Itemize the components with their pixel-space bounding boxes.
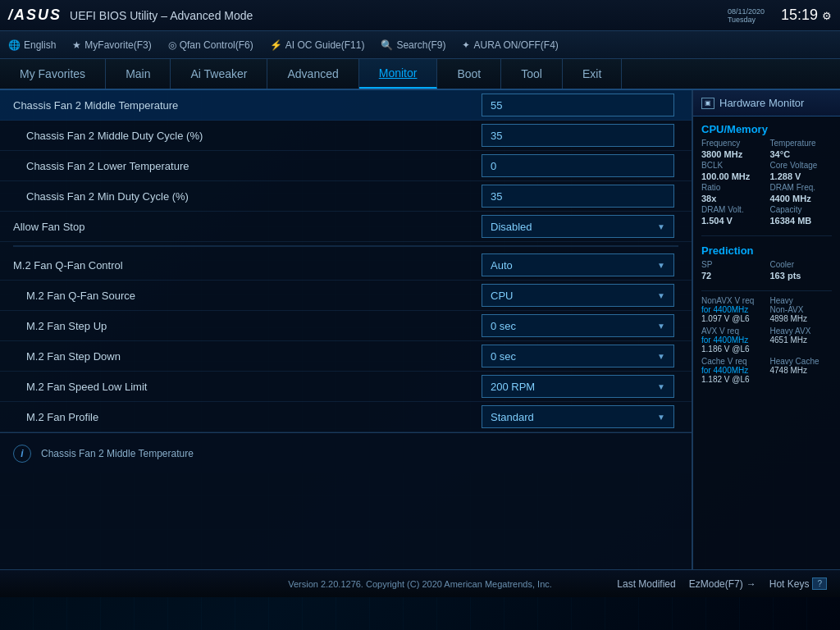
copyright-text: Version 2.20.1276. Copyright (C) 2020 Am… <box>288 579 552 589</box>
value-box-chassis-fan2-duty-cycle[interactable]: 35 <box>482 124 674 147</box>
fan-icon: ◎ <box>168 39 176 51</box>
nav-advanced[interactable]: Advanced <box>267 59 358 89</box>
dropdown-m2-fan-profile[interactable]: Standard ▼ <box>482 405 674 428</box>
toolbar-aioc[interactable]: ⚡ AI OC Guide(F11) <box>270 39 365 51</box>
monitor-icon: ▣ <box>701 98 714 109</box>
monitor-divider <box>701 235 832 236</box>
row-m2-fan-step-down[interactable]: M.2 Fan Step Down 0 sec ▼ <box>0 341 692 372</box>
nav-main[interactable]: Main <box>106 59 171 89</box>
row-value-m2-fan-step-up: 0 sec ▼ <box>482 314 678 337</box>
nav-exit[interactable]: Exit <box>563 59 622 89</box>
row-value-chassis-fan2-min-duty: 35 <box>482 185 678 208</box>
row-m2-fan-qfan-control[interactable]: M.2 Fan Q-Fan Control Auto ▼ <box>0 250 692 281</box>
row-label-chassis-fan2-middle-temp: Chassis Fan 2 Middle Temperature <box>13 99 482 112</box>
row-label-m2-fan-qfan-source: M.2 Fan Q-Fan Source <box>13 290 482 302</box>
row-chassis-fan2-min-duty[interactable]: Chassis Fan 2 Min Duty Cycle (%) 35 <box>0 181 692 212</box>
row-value-m2-fan-qfan-source: CPU ▼ <box>482 284 678 307</box>
heavy-nonavx-label: Heavy <box>770 296 833 305</box>
value-box-chassis-fan2-min-duty[interactable]: 35 <box>482 185 674 208</box>
nonavx-sub: for 4400MHz <box>701 305 764 314</box>
freq-value: 3800 MHz <box>701 149 764 159</box>
row-chassis-fan2-lower-temp[interactable]: Chassis Fan 2 Lower Temperature 0 <box>0 151 692 181</box>
row-m2-fan-step-up[interactable]: M.2 Fan Step Up 0 sec ▼ <box>0 311 692 341</box>
cache-val: 1.182 V @L6 <box>701 375 764 384</box>
toolbar-search[interactable]: 🔍 Search(F9) <box>381 39 445 51</box>
nav-monitor[interactable]: Monitor <box>359 59 438 89</box>
row-label-m2-fan-profile: M.2 Fan Profile <box>13 411 482 423</box>
dropdown-m2-fan-qfan-control[interactable]: Auto ▼ <box>482 253 674 276</box>
row-label-m2-fan-speed-low-limit: M.2 Fan Speed Low Limit <box>13 381 482 393</box>
row-label-allow-fan-stop: Allow Fan Stop <box>13 221 482 233</box>
main-layout: Chassis Fan 2 Middle Temperature 55 Chas… <box>0 90 840 569</box>
corevolt-label: Core Voltage <box>770 161 833 170</box>
avx-label: AVX V req <box>701 326 764 336</box>
heavy-avx-label: Heavy AVX <box>770 326 833 336</box>
row-label-m2-fan-step-down: M.2 Fan Step Down <box>13 350 482 363</box>
row-value-m2-fan-qfan-control: Auto ▼ <box>482 253 678 276</box>
bclk-label: BCLK <box>701 161 764 170</box>
dropdown-allow-fan-stop[interactable]: Disabled ▼ <box>482 215 674 238</box>
info-text: Chassis Fan 2 Middle Temperature <box>41 448 194 459</box>
left-panel: Chassis Fan 2 Middle Temperature 55 Chas… <box>0 90 692 569</box>
hot-keys-button[interactable]: Hot Keys ? <box>769 578 827 590</box>
cache-label: Cache V req <box>701 357 764 366</box>
nav: My Favorites Main Ai Tweaker Advanced Mo… <box>0 59 840 90</box>
value-box-chassis-fan2-middle-temp[interactable]: 55 <box>482 94 674 116</box>
row-chassis-fan2-duty-cycle[interactable]: Chassis Fan 2 Middle Duty Cycle (%) 35 <box>0 121 692 151</box>
row-m2-fan-speed-low-limit[interactable]: M.2 Fan Speed Low Limit 200 RPM ▼ <box>0 372 692 402</box>
row-m2-fan-profile[interactable]: M.2 Fan Profile Standard ▼ <box>0 402 692 432</box>
divider <box>13 245 678 247</box>
nav-aitweaker[interactable]: Ai Tweaker <box>171 59 267 89</box>
pred-divider <box>701 290 832 291</box>
heavy-avx-val: 4651 MHz <box>770 336 833 345</box>
nonavx-val: 1.097 V @L6 <box>701 314 764 323</box>
dropdown-m2-fan-qfan-source[interactable]: CPU ▼ <box>482 284 674 307</box>
header-title: UEFI BIOS Utility – Advanced Mode <box>70 9 728 22</box>
cooler-value: 163 pts <box>770 271 833 281</box>
settings-icon[interactable]: ⚙ <box>822 10 832 22</box>
row-chassis-fan2-middle-temp[interactable]: Chassis Fan 2 Middle Temperature 55 <box>0 90 692 121</box>
temp-value: 34°C <box>770 149 833 159</box>
pred-row-nonavx: NonAVX V req for 4400MHz 1.097 V @L6 Hea… <box>693 294 840 325</box>
dropdown-m2-fan-speed-low-limit[interactable]: 200 RPM ▼ <box>482 375 674 398</box>
header-right: 08/11/2020Tuesday 15:19 ⚙ <box>728 7 832 24</box>
ez-mode-button[interactable]: EzMode(F7) → <box>689 578 756 590</box>
prediction-title: Prediction <box>693 240 840 260</box>
nav-favorites[interactable]: My Favorites <box>0 59 106 89</box>
star-icon: ★ <box>72 39 81 51</box>
value-box-chassis-fan2-lower-temp[interactable]: 0 <box>482 154 674 177</box>
dropdown-m2-fan-step-up[interactable]: 0 sec ▼ <box>482 314 674 337</box>
cpu-memory-grid: Frequency Temperature 3800 MHz 34°C BCLK… <box>693 139 840 232</box>
freq-label: Frequency <box>701 139 764 148</box>
ez-mode-arrow-icon: → <box>746 578 756 590</box>
chevron-down-icon: ▼ <box>657 352 665 361</box>
row-m2-fan-qfan-source[interactable]: M.2 Fan Q-Fan Source CPU ▼ <box>0 281 692 311</box>
chevron-down-icon: ▼ <box>657 291 665 300</box>
nav-boot[interactable]: Boot <box>437 59 501 89</box>
search-toolbar-icon: 🔍 <box>381 39 393 51</box>
nav-tool[interactable]: Tool <box>501 59 563 89</box>
dramvolt-value: 1.504 V <box>701 216 764 226</box>
toolbar-qfan[interactable]: ◎ Qfan Control(F6) <box>168 39 253 51</box>
sp-value: 72 <box>701 271 764 281</box>
hot-keys-badge: ? <box>812 578 827 590</box>
row-label-chassis-fan2-duty-cycle: Chassis Fan 2 Middle Duty Cycle (%) <box>13 130 482 142</box>
heavy-nonavx-sub: Non-AVX <box>770 305 833 314</box>
row-value-m2-fan-step-down: 0 sec ▼ <box>482 345 678 368</box>
row-value-m2-fan-speed-low-limit: 200 RPM ▼ <box>482 375 678 398</box>
dropdown-m2-fan-step-down[interactable]: 0 sec ▼ <box>482 345 674 368</box>
row-label-chassis-fan2-min-duty: Chassis Fan 2 Min Duty Cycle (%) <box>13 190 482 203</box>
ai-icon: ⚡ <box>270 39 282 51</box>
hardware-monitor-panel: ▣ Hardware Monitor CPU/Memory Frequency … <box>692 90 840 569</box>
info-bar: i Chassis Fan 2 Middle Temperature <box>0 432 692 473</box>
info-icon: i <box>13 445 31 463</box>
toolbar-myfavorite[interactable]: ★ MyFavorite(F3) <box>72 39 151 51</box>
temp-label: Temperature <box>770 139 833 148</box>
last-modified-button[interactable]: Last Modified <box>617 578 675 590</box>
toolbar-language[interactable]: 🌐 English <box>8 39 56 51</box>
toolbar-aura[interactable]: ✦ AURA ON/OFF(F4) <box>462 39 558 51</box>
corevolt-value: 1.288 V <box>770 171 833 181</box>
row-label-chassis-fan2-lower-temp: Chassis Fan 2 Lower Temperature <box>13 160 482 172</box>
ratio-value: 38x <box>701 194 764 203</box>
row-allow-fan-stop[interactable]: Allow Fan Stop Disabled ▼ <box>0 212 692 242</box>
